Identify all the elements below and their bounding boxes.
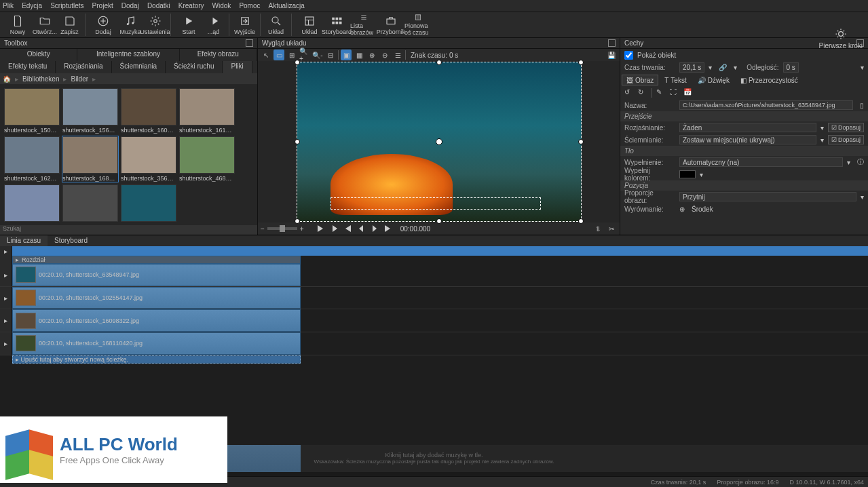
zoom-fit-icon[interactable]: ⊞ [286,50,297,60]
chapter-clip[interactable]: ▸Rozdział [12,256,301,264]
play-from-button[interactable]: ...ąd [202,14,229,36]
info-icon[interactable]: ⓘ [857,157,864,167]
menu-item[interactable]: Plik [3,2,14,9]
next-icon[interactable] [383,223,394,234]
stepper-icon[interactable]: ▾ [861,64,864,71]
thumbnail[interactable] [62,184,118,223]
show-object-checkbox[interactable] [624,51,633,60]
name-value[interactable]: C:\Users\adam.szot\Pictures\shutterstock… [679,100,853,110]
color-swatch[interactable] [679,170,696,178]
snap-icon[interactable]: ▦ [354,50,364,60]
timeline-clip[interactable]: 00:20.10, shutterstock_168110420.jpg [12,332,301,355]
menu-item[interactable]: Widok [212,2,231,9]
tab-storyboard[interactable]: Storyboard [48,235,94,246]
distance-value[interactable]: 0 s [783,62,799,73]
browse-icon[interactable]: ▯ [860,102,864,109]
align-select[interactable]: Środek [689,204,864,214]
timeline-clip[interactable]: 00:20.10, shutterstock_16098322.jpg [12,309,301,332]
home-icon[interactable]: 🏠 [3,75,11,83]
tab-motion[interactable]: Ścieżki ruchu [166,61,223,73]
track-header[interactable]: ▸ [0,332,12,355]
fadeout-select[interactable]: Zostaw w miejscu(nie ukrywaj) [679,135,816,144]
export-button[interactable]: Wyjście [233,14,261,36]
thumbnail[interactable]: shutterstock_35613667 [121,136,176,182]
timeline-ruler[interactable] [12,246,868,256]
play-icon[interactable] [315,223,326,234]
tab-transparency[interactable]: ◧Przezroczystość [736,75,803,85]
stepper-icon[interactable]: ▾ [709,64,712,71]
save-button[interactable]: Zapisz [58,14,86,36]
grid-icon[interactable]: ⊟ [325,50,336,60]
play-from-icon[interactable] [328,223,339,234]
track-header[interactable]: ▸ [0,309,12,332]
prev-icon[interactable] [342,223,353,234]
preview-canvas[interactable] [258,61,620,222]
breadcrumb-item[interactable]: Bibliotheken [22,75,59,83]
tab-timeline[interactable]: Linia czasu [0,235,48,246]
step-fwd-icon[interactable] [369,223,380,234]
play-button[interactable]: Start [175,14,202,36]
minimize-icon[interactable] [246,39,253,47]
add-button[interactable]: Dodaj [90,14,117,36]
tab-text-effects[interactable]: Efekty tekstu [0,61,56,73]
menu-item[interactable]: Dodaj [121,2,139,9]
cursor-icon[interactable]: ↖ [261,50,271,60]
duration-value[interactable]: 20,1 s [679,62,704,73]
thumbnail[interactable]: shutterstock_15679... [62,88,118,134]
settings-button[interactable]: Ustawienia [144,14,171,36]
thumbnail[interactable]: shutterstock_16098322 [121,88,176,134]
menu-item[interactable]: Kreatory [178,2,204,9]
track-header[interactable]: ▸ [0,264,12,286]
zoom-out-icon[interactable]: − [261,225,265,233]
tab-sound[interactable]: 🔊Dźwięk [693,75,734,85]
fadein-select[interactable]: Żaden [679,123,816,132]
tab-fadeout[interactable]: Ściemniania [112,61,166,73]
layout-search-button[interactable]: Układ [265,14,292,36]
aspect-select[interactable]: Przytnij [679,192,856,201]
zoom-out-icon[interactable]: 🔍- [312,50,323,60]
tab-templates[interactable]: Inteligentne szablony [77,49,179,61]
thumbnail[interactable] [121,184,176,223]
edit-icon[interactable]: ✎ [656,88,666,98]
save-preview-icon[interactable]: 💾 [606,50,617,60]
safe-area-icon[interactable]: ▣ [341,50,352,60]
thumbnail[interactable]: shutterstock_162201... [4,136,60,182]
search-input[interactable]: Szukaj [0,225,257,235]
layout-button[interactable]: Układ [296,14,323,36]
storyboard-button[interactable]: Storyboard [323,14,350,36]
imagelist-button[interactable]: Lista obrazów [350,14,377,36]
track-header[interactable] [0,256,12,264]
tab-files[interactable]: Pliki [223,61,252,73]
match-button[interactable]: ☑Dopasuj [828,123,864,132]
add-icon[interactable]: ⊕ [366,50,377,60]
thumbnail[interactable]: shutterstock_168110... [62,136,118,182]
vtimeline-button[interactable]: Pionowa oś czasu [404,14,432,36]
match-button[interactable]: ☑Dopasuj [828,135,864,144]
first-steps-button[interactable]: Pierwsze kroki [819,27,863,50]
thumbnail[interactable]: shutterstock_15055... [4,88,60,134]
menu-item[interactable]: Projekt [92,2,113,9]
minimize-icon[interactable] [608,39,616,47]
select-icon[interactable]: ▭ [273,50,284,60]
track-header[interactable]: ▸ [0,246,12,256]
link-icon[interactable]: 🔗 [719,64,727,71]
align-icon[interactable]: ☰ [392,50,403,60]
menu-item[interactable]: Pomoc [239,2,260,9]
menu-item[interactable]: Aktualizacja [269,2,305,9]
zoom-in-icon[interactable]: 🔍+ [299,50,310,60]
thumbnail[interactable]: shutterstock_161958... [179,88,235,134]
menu-item[interactable]: Dodatki [147,2,170,9]
tab-fadein[interactable]: Rozjaśniania [56,61,111,73]
menu-item[interactable]: Edycja [22,2,42,9]
tab-image-effects[interactable]: Efekty obrazu [180,49,257,61]
track-header[interactable]: ▸ [0,287,12,309]
fill-select[interactable]: Automatyczny (na) [679,157,843,167]
date-icon[interactable]: 📅 [683,88,693,98]
marker-icon[interactable]: ⥮ [592,223,603,234]
remove-icon[interactable]: ⊖ [379,50,390,60]
timeline-clip[interactable]: 00:20.10, shutterstock_63548947.jpg [12,264,301,286]
tab-text[interactable]: TTekst [660,75,691,85]
step-back-icon[interactable] [356,223,366,234]
tab-image[interactable]: 🖼Obraz [622,75,658,85]
toolbox-button[interactable]: Przybornik [377,14,404,36]
